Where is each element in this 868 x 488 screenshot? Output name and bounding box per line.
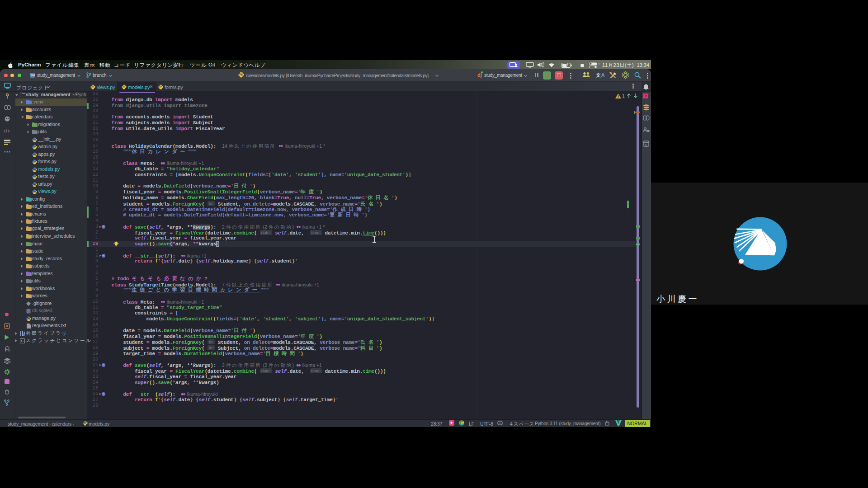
svg-text:A: A	[645, 143, 647, 146]
svg-text:d: d	[4, 128, 7, 133]
